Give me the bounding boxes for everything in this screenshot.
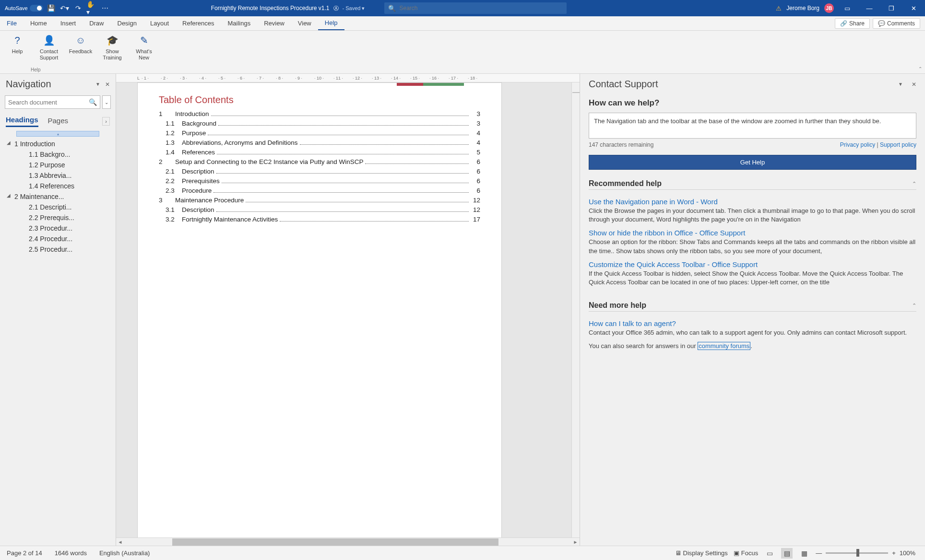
vertical-scrollbar[interactable] [571, 82, 580, 537]
ribbon-tab-mailings[interactable]: Mailings [221, 16, 258, 30]
toc-entry[interactable]: 1.1Background3 [159, 120, 480, 127]
redo-icon[interactable]: ↷ [73, 3, 83, 13]
ribbon-tab-home[interactable]: Home [24, 16, 54, 30]
save-icon[interactable]: 💾 [46, 3, 57, 13]
maximize-icon[interactable]: ❐ [883, 0, 900, 16]
nav-heading-item[interactable]: 2.1 Descripti... [2, 202, 114, 212]
toc-entry[interactable]: 2.2Prerequisites6 [159, 177, 480, 185]
toc-entry[interactable]: 2.3Procedure6 [159, 187, 480, 194]
search-input[interactable] [400, 5, 563, 12]
twisty-icon[interactable]: ◢ [7, 193, 11, 198]
page-indicator[interactable]: Page 2 of 14 [7, 549, 42, 557]
ribbon-tab-references[interactable]: References [176, 16, 221, 30]
help-ribbon-feedback[interactable]: ☺Feedback [68, 34, 93, 61]
language-indicator[interactable]: English (Australia) [99, 549, 150, 557]
toc-entry[interactable]: 2.1Description6 [159, 168, 480, 175]
support-query-input[interactable]: The Navigation tab and the toolbar at th… [589, 113, 916, 139]
qat-customize-icon[interactable]: ⋯ [100, 3, 110, 13]
nav-search-field[interactable]: 🔍 [5, 95, 100, 109]
zoom-slider[interactable] [826, 552, 888, 554]
print-layout-icon[interactable]: ▤ [781, 548, 793, 559]
web-layout-icon[interactable]: ▦ [798, 548, 810, 559]
nav-heading-item[interactable]: ◢2 Maintenance... [2, 191, 114, 202]
chevron-up-icon[interactable]: ⌃ [912, 303, 916, 309]
nav-heading-item[interactable]: 1.2 Purpose [2, 160, 114, 170]
zoom-in-button[interactable]: + [892, 549, 896, 557]
toc-entry[interactable]: 2Setup and Connecting to the EC2 Instanc… [159, 158, 480, 165]
nav-jump-bar[interactable]: ▴ [16, 131, 99, 137]
share-icon: 🔗 [840, 20, 847, 27]
help-article-link[interactable]: Customize the Quick Access Toolbar - Off… [589, 260, 916, 268]
help-article-link[interactable]: Show or hide the ribbon in Office - Offi… [589, 229, 916, 237]
talk-to-agent-link[interactable]: How can I talk to an agent? [589, 319, 916, 327]
horizontal-scrollbar[interactable]: ◄ ► [116, 537, 580, 546]
nav-tab-pages[interactable]: Pages [48, 117, 69, 127]
help-ribbon-whats[interactable]: ✎What'sNew [131, 34, 156, 61]
nav-heading-item[interactable]: 2.3 Procedur... [2, 223, 114, 233]
help-btn-label: Feedback [69, 48, 92, 55]
cs-close-icon[interactable]: ✕ [912, 81, 916, 88]
nav-heading-item[interactable]: 2.4 Procedur... [2, 233, 114, 244]
toc-entry[interactable]: 3.2Fortnightly Maintenance Activities17 [159, 216, 480, 223]
warning-icon[interactable]: ⚠ [776, 5, 782, 12]
nav-heading-item[interactable]: 2.5 Procedur... [2, 244, 114, 255]
zoom-out-button[interactable]: — [816, 549, 822, 557]
cs-menu-icon[interactable]: ▼ [898, 82, 903, 87]
ribbon-tab-help[interactable]: Help [318, 16, 344, 30]
ribbon-tab-layout[interactable]: Layout [143, 16, 176, 30]
user-avatar[interactable]: JB [824, 3, 834, 13]
nav-heading-item[interactable]: 1.1 Backgro... [2, 149, 114, 160]
support-policy-link[interactable]: Support policy [880, 141, 916, 148]
undo-icon[interactable]: ↶▾ [59, 3, 70, 13]
toc-entry[interactable]: 1.2Purpose4 [159, 129, 480, 137]
search-box[interactable]: 🔍 [384, 2, 567, 14]
privacy-policy-link[interactable]: Privacy policy [840, 141, 875, 148]
close-icon[interactable]: ✕ [905, 0, 922, 16]
share-button[interactable]: 🔗Share [835, 18, 870, 29]
focus-button[interactable]: ▣Focus [734, 549, 758, 557]
horizontal-ruler[interactable]: L · 1 ·· 2 ·· 3 ·· 4 ·· 5 ·· 6 ·· 7 ·· 8… [116, 74, 580, 82]
nav-heading-item[interactable]: 1.3 Abbrevia... [2, 170, 114, 181]
word-count[interactable]: 1646 words [55, 549, 87, 557]
toc-entry[interactable]: 1.3Abbreviations, Acronyms and Definitio… [159, 139, 480, 146]
document-page[interactable]: Table of Contents 1Introduction31.1Backg… [137, 82, 502, 537]
toc-entry[interactable]: 1.4References5 [159, 149, 480, 156]
touch-mode-icon[interactable]: ✋▾ [86, 3, 97, 13]
display-settings-button[interactable]: 🖥Display Settings [675, 549, 728, 557]
ribbon-tab-insert[interactable]: Insert [54, 16, 83, 30]
nav-search-input[interactable] [8, 99, 89, 106]
accessibility-icon[interactable]: Ⓐ [333, 5, 339, 12]
read-mode-icon[interactable]: ▭ [764, 548, 775, 559]
nav-tab-headings[interactable]: Headings [6, 116, 38, 127]
nav-heading-item[interactable]: 1.4 References [2, 181, 114, 191]
ribbon-display-icon[interactable]: ▭ [839, 0, 856, 16]
collapse-ribbon-icon[interactable]: ⌃ [918, 66, 922, 71]
ribbon-tab-view[interactable]: View [291, 16, 318, 30]
help-article-link[interactable]: Use the Navigation pane in Word - Word [589, 198, 916, 206]
help-ribbon-show[interactable]: 🎓ShowTraining [100, 34, 125, 61]
ribbon-tab-file[interactable]: File [0, 16, 24, 30]
ribbon-tab-design[interactable]: Design [111, 16, 143, 30]
nav-search-dropdown[interactable]: ⌄ [102, 95, 111, 109]
autosave-toggle[interactable]: AutoSave [5, 5, 43, 12]
twisty-icon[interactable]: ◢ [7, 140, 11, 145]
toc-entry[interactable]: 1Introduction3 [159, 110, 480, 117]
get-help-button[interactable]: Get Help [589, 155, 916, 170]
toc-entry[interactable]: 3.1Description12 [159, 206, 480, 213]
toc-entry[interactable]: 3Maintenance Procedure12 [159, 197, 480, 204]
nav-close-icon[interactable]: ✕ [105, 81, 110, 88]
nav-more-tabs[interactable]: › [102, 117, 110, 126]
nav-heading-item[interactable]: 2.2 Prerequis... [2, 212, 114, 223]
ribbon-tab-review[interactable]: Review [257, 16, 291, 30]
comments-button[interactable]: 💬Comments [873, 18, 920, 29]
minimize-icon[interactable]: — [861, 0, 878, 16]
help-ribbon-help[interactable]: ?Help [5, 34, 30, 61]
community-forums-link[interactable]: community forums [698, 342, 750, 350]
nav-menu-icon[interactable]: ▼ [95, 82, 100, 87]
help-ribbon-contact[interactable]: 👤ContactSupport [36, 34, 61, 61]
nav-heading-item[interactable]: ◢1 Introduction [2, 139, 114, 149]
ribbon-tab-draw[interactable]: Draw [83, 16, 110, 30]
zoom-level[interactable]: 100% [900, 549, 915, 557]
chevron-up-icon[interactable]: ⌃ [912, 181, 916, 187]
user-name[interactable]: Jerome Borg [786, 5, 819, 12]
